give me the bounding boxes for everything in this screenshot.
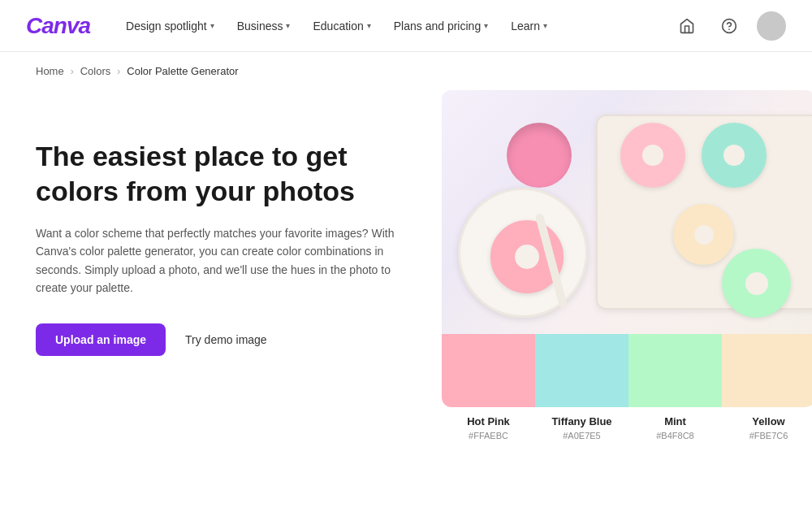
palette-card: Hot Pink#FFAEBCTiffany Blue#A0E7E5Mint#B… — [442, 90, 812, 441]
chevron-down-icon: ▾ — [210, 21, 214, 30]
nav-design-spotlight[interactable]: Design spotlight ▾ — [116, 13, 224, 39]
swatch-hex-3: #FBE7C6 — [749, 431, 788, 440]
breadcrumb-sep-1: › — [71, 66, 74, 77]
swatch-hex-0: #FFAEBC — [469, 431, 508, 440]
breadcrumb-sep-2: › — [117, 66, 120, 77]
hero-title: The easiest place to get colors from you… — [36, 139, 409, 208]
button-group: Upload an image Try demo image — [36, 323, 409, 356]
help-icon[interactable] — [715, 11, 744, 41]
breadcrumb: Home › Colors › Color Palette Generator — [0, 52, 812, 90]
swatch-label-0: Hot Pink#FFAEBC — [442, 415, 535, 441]
bowl — [507, 123, 572, 188]
palette-labels: Hot Pink#FFAEBCTiffany Blue#A0E7E5Mint#B… — [442, 407, 812, 441]
breadcrumb-home[interactable]: Home — [36, 65, 64, 77]
chevron-down-icon: ▾ — [543, 21, 547, 30]
upload-image-button[interactable]: Upload an image — [36, 323, 166, 356]
hero-description: Want a color scheme that perfectly match… — [36, 224, 409, 297]
palette-swatch-2[interactable] — [628, 334, 722, 407]
swatch-name-1: Tiffany Blue — [535, 415, 628, 427]
breadcrumb-colors[interactable]: Colors — [80, 65, 111, 77]
navbar: Canva Design spotlight ▾ Business ▾ Educ… — [0, 0, 812, 52]
canva-logo[interactable]: Canva — [26, 13, 90, 39]
palette-swatch-1[interactable] — [535, 334, 628, 407]
nav-business[interactable]: Business ▾ — [227, 13, 300, 39]
donut-yellow — [673, 204, 734, 265]
right-panel: Hot Pink#FFAEBCTiffany Blue#A0E7E5Mint#B… — [442, 90, 812, 441]
palette-swatch-3[interactable] — [722, 334, 812, 407]
chevron-down-icon: ▾ — [367, 21, 371, 30]
left-panel: The easiest place to get colors from you… — [36, 90, 409, 356]
palette-swatches — [442, 334, 812, 407]
swatch-name-2: Mint — [628, 415, 722, 427]
home-icon[interactable] — [672, 11, 702, 41]
chevron-down-icon: ▾ — [484, 21, 488, 30]
nav-plans-pricing[interactable]: Plans and pricing ▾ — [384, 13, 498, 39]
donut-green2 — [722, 249, 791, 318]
palette-swatch-0[interactable] — [442, 334, 535, 407]
demo-image-button[interactable]: Try demo image — [179, 323, 274, 356]
swatch-name-3: Yellow — [722, 415, 812, 427]
swatch-label-3: Yellow#FBE7C6 — [722, 415, 812, 441]
donut-scene — [442, 90, 812, 334]
donut-green1 — [702, 123, 767, 188]
avatar[interactable] — [757, 11, 786, 41]
main-layout: The easiest place to get colors from you… — [0, 90, 812, 441]
nav-links: Design spotlight ▾ Business ▾ Education … — [116, 13, 672, 39]
swatch-hex-2: #B4F8C8 — [656, 431, 693, 440]
palette-image — [442, 90, 812, 334]
swatch-name-0: Hot Pink — [442, 415, 535, 427]
chevron-down-icon: ▾ — [286, 21, 290, 30]
nav-right — [672, 11, 786, 41]
swatch-hex-1: #A0E7E5 — [563, 431, 600, 440]
swatch-label-1: Tiffany Blue#A0E7E5 — [535, 415, 628, 441]
swatch-label-2: Mint#B4F8C8 — [628, 415, 722, 441]
nav-education[interactable]: Education ▾ — [303, 13, 380, 39]
donut-pink2 — [620, 123, 685, 188]
breadcrumb-current: Color Palette Generator — [127, 65, 238, 77]
nav-learn[interactable]: Learn ▾ — [501, 13, 557, 39]
